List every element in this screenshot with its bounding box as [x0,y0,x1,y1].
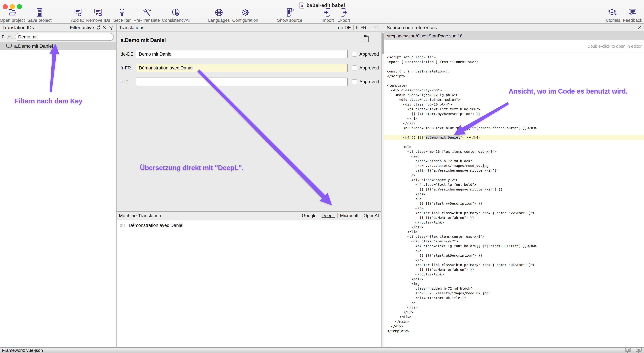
toolbar-button-set-filter[interactable]: Set Filter [108,8,136,23]
framework-label: Framework: vue-json [2,348,43,353]
code-line: const { t } = useTranslation(); [387,69,644,74]
code-line: </template> [387,328,644,333]
filter-input[interactable] [15,33,114,41]
provider-tab-microsoft[interactable]: Microsoft [338,213,361,218]
scrollbar-thumb[interactable] [382,33,384,55]
code-line: </div> [387,225,644,229]
code-line: <div class="space-y-2"> [387,178,644,182]
hint-row: Double-click to open in editor [384,40,644,53]
toolbar-button-export[interactable]: Export [330,8,358,23]
mt-shortcut: ⌘1 [120,223,126,228]
code-line: <div class="pb-10 pt-4"> [387,102,644,107]
language-tab-fr-fr[interactable]: fr-FR [354,25,369,30]
clear-filter-icon[interactable] [102,25,107,30]
language-tab-it-it[interactable]: it-IT [369,25,382,30]
provider-tab-google[interactable]: Google [300,213,319,218]
translation-ids-header: Translation IDs Filter active [0,24,116,32]
mt-suggestion[interactable]: ⌘1 Démonstration avec Daniel [120,223,183,228]
code-line [387,130,644,135]
source-code-header: Source code references [384,24,644,32]
code-line [387,140,644,144]
add-id-icon [73,8,82,17]
mt-suggestion-text: Démonstration avec Daniel [129,223,183,228]
code-line: </router-link> [387,272,644,277]
code-line: <p> [387,196,644,201]
translation-id-list: a.Demo mit Daniel [0,42,116,50]
toolbar-button-label: Show source [277,18,302,23]
source-reference-path: src/pages/start/GuestStartPage.vue:18 [387,33,462,39]
approved-checkbox[interactable] [352,65,357,71]
toolbar-button-feedback[interactable]: Feedback [618,8,644,23]
whats-new-bubble-icon[interactable] [625,347,631,353]
toolbar-button-languages[interactable]: Languages [204,8,233,23]
configuration-icon [240,8,250,17]
code-line [387,64,644,69]
toolbar-button-label: Set Filter [113,18,131,23]
close-panel-icon[interactable] [637,25,642,30]
code-line: src="../../assets/images/mood_vv.jpg" [387,163,644,168]
code-line: <h3 class="mb-8 text-blue-900">{{ $t("st… [387,126,644,130]
filter-funnel-icon[interactable] [109,25,114,30]
toolbar-button-pre-translate[interactable]: Pre-Translate [132,8,161,23]
translation-input-de-DE[interactable] [136,50,348,58]
source-code-view: <script setup lang="ts">import { useTran… [384,53,644,347]
language-tab-de-de[interactable]: de-DE [336,25,353,30]
translation-ids-title: Translation IDs [2,25,34,30]
toolbar-button-open-project[interactable]: Open project [0,8,26,23]
code-line: <h1 class="text-left text-blue-900"> [387,107,644,111]
code-line: <script setup lang="ts"> [387,55,644,60]
open-in-editor-hint: Double-click to open in editor [588,44,642,49]
code-line: class="hidden h-72 md:block" [387,286,644,291]
translation-input-fr-FR[interactable] [136,64,348,72]
notepad-icon[interactable] [363,35,370,43]
translation-id-item[interactable]: a.Demo mit Daniel [0,42,116,50]
toolbar-button-label: Feedback [623,18,642,23]
code-line: {{ $t("start.vvDescription") }} [387,201,644,206]
highlighted-token: a.Demo mit Daniel [426,135,460,139]
translation-row-fr-FR: fr-FRApproved [120,64,380,72]
approved-checkbox[interactable] [352,52,357,57]
toolbar-button-label: ConsistencyAI [162,18,190,23]
provider-tab-deepl[interactable]: DeepL [319,213,337,218]
translations-header: Translations de-DEfr-FRit-IT [116,24,384,32]
toolbar-button-configuration[interactable]: Configuration [231,8,260,23]
rate-app-star-icon[interactable] [636,347,642,353]
code-line: </li> [387,229,644,234]
source-code-title: Source code references [387,25,437,30]
code-line: {{ $t("start.ukDescription") }} [387,253,644,258]
toolbar-button-save-project[interactable]: Save project [25,8,54,23]
provider-tab-openai[interactable]: OpenAI [361,213,381,218]
translations-body: a.Demo mit Daniel de-DEApprovedfr-FRAppr… [116,32,381,211]
languages-icon [214,8,224,17]
machine-translation-body: ⌘1 Démonstration avec Daniel [116,220,384,347]
code-line: </h4> [387,192,644,196]
code-line: import { useTranslation } from "i18next-… [387,60,644,64]
window-title-text: babel-edit.babel [306,3,345,8]
translations-scrollbar[interactable] [381,32,384,347]
toolbar-button-consistencyai[interactable]: ConsistencyAI [162,8,190,23]
source-reference-item[interactable]: src/pages/start/GuestStartPage.vue:18 [384,32,644,40]
remove-ids-icon [94,8,103,17]
toolbar-button-label: Export [337,18,350,23]
translation-input-it-IT[interactable] [136,78,348,86]
code-line: {{ $t("a.Mehr erfahren") }} [387,267,644,272]
translations-title: Translations [119,25,144,30]
entry-title: a.Demo mit Daniel [120,37,166,43]
status-bar: Framework: vue-json [0,347,644,353]
code-line-highlighted: <h4>{{ $t("a.Demo mit Daniel") }}</h4> [384,135,644,140]
code-line: <div class="space-y-2"> [387,239,644,244]
approved-checkbox[interactable] [352,79,357,84]
svg-text:b: b [300,3,303,8]
code-line: </main> [387,319,644,324]
tutorials-icon [607,8,617,17]
feedback-icon [628,8,637,17]
toolbar-button-show-source[interactable]: Show source [275,8,304,23]
code-line: <router-link class="btn-primary" :to="{ … [387,262,644,267]
refresh-filter-icon[interactable] [96,25,101,30]
approved-label: Approved [360,79,379,85]
toolbar-button-label: Add ID [71,18,84,23]
code-line: </script> [387,74,644,78]
code-line: </div> [387,314,644,319]
code-line: </h1> [387,116,644,121]
pre-translate-icon [142,8,152,17]
